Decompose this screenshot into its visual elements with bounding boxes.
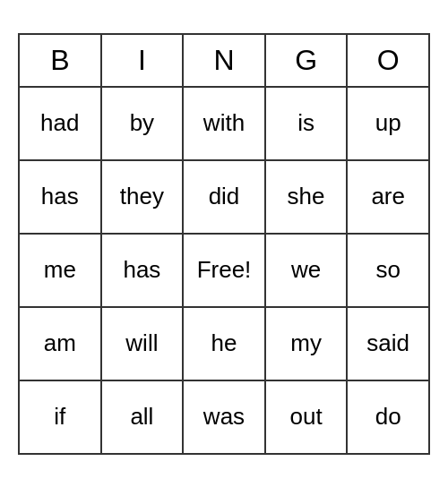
bingo-row-4: ifallwasoutdo <box>20 381 428 453</box>
bingo-row-3: amwillhemysaid <box>20 308 428 381</box>
bingo-cell-r1-c3: she <box>266 161 349 233</box>
bingo-cell-r0-c0: had <box>20 88 102 159</box>
bingo-row-1: hastheydidsheare <box>20 161 428 235</box>
bingo-cell-r4-c0: if <box>20 381 102 453</box>
bingo-cell-r3-c4: said <box>348 308 428 380</box>
bingo-cell-r1-c2: did <box>184 161 266 233</box>
bingo-board: BINGO hadbywithisuphastheydidshearemehas… <box>18 33 430 455</box>
bingo-cell-r3-c0: am <box>20 308 102 380</box>
bingo-cell-r2-c3: we <box>266 235 349 306</box>
bingo-cell-r2-c2: Free! <box>184 235 266 306</box>
header-cell-o: O <box>348 35 428 86</box>
bingo-cell-r1-c4: are <box>348 161 428 233</box>
bingo-header-row: BINGO <box>20 35 428 88</box>
bingo-cell-r0-c4: up <box>348 88 428 159</box>
bingo-cell-r3-c3: my <box>266 308 349 380</box>
bingo-cell-r4-c1: all <box>102 381 185 453</box>
header-cell-i: I <box>102 35 185 86</box>
bingo-cell-r0-c3: is <box>266 88 349 159</box>
bingo-cell-r2-c1: has <box>102 235 185 306</box>
bingo-cell-r1-c1: they <box>102 161 185 233</box>
bingo-row-2: mehasFree!weso <box>20 235 428 308</box>
header-cell-b: B <box>20 35 102 86</box>
bingo-cell-r2-c4: so <box>348 235 428 306</box>
bingo-cell-r3-c1: will <box>102 308 185 380</box>
bingo-cell-r4-c4: do <box>348 381 428 453</box>
bingo-cell-r1-c0: has <box>20 161 102 233</box>
bingo-cell-r4-c3: out <box>266 381 349 453</box>
bingo-cell-r4-c2: was <box>184 381 266 453</box>
bingo-cell-r3-c2: he <box>184 308 266 380</box>
bingo-row-0: hadbywithisup <box>20 88 428 161</box>
header-cell-n: N <box>184 35 266 86</box>
header-cell-g: G <box>266 35 349 86</box>
bingo-cell-r2-c0: me <box>20 235 102 306</box>
bingo-cell-r0-c1: by <box>102 88 185 159</box>
bingo-cell-r0-c2: with <box>184 88 266 159</box>
